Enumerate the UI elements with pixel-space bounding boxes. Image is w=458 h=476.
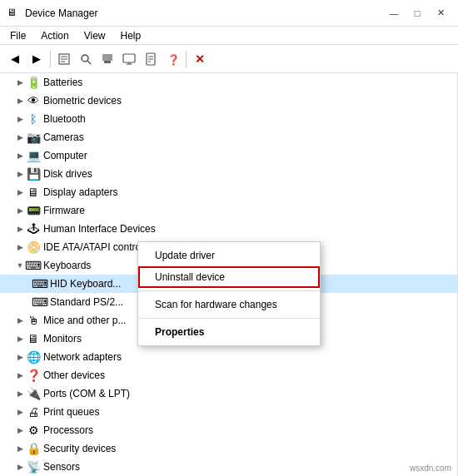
app-icon: 🖥 xyxy=(7,7,20,20)
label-hid-keyboard: HID Keyboard... xyxy=(50,278,121,290)
tree-item-computer[interactable]: ▶ 💻 Computer xyxy=(0,146,457,165)
tree-item-biometric[interactable]: ▶ 👁 Biometric devices xyxy=(0,92,457,110)
label-monitors: Monitors xyxy=(43,333,82,345)
maximize-button[interactable]: □ xyxy=(406,5,428,22)
window-controls: — □ ✕ xyxy=(383,5,451,22)
ctx-properties[interactable]: Properties xyxy=(138,321,320,343)
ctx-separator-2 xyxy=(138,318,320,319)
icon-otherdevices: ❓ xyxy=(27,369,40,382)
arrow-mice: ▶ xyxy=(13,316,27,325)
label-displayadapters: Display adapters xyxy=(43,186,117,198)
label-cameras: Cameras xyxy=(43,131,84,143)
toolbar-key-button[interactable]: ❓ xyxy=(162,49,182,69)
tree-item-ports[interactable]: ▶ 🔌 Ports (COM & LPT) xyxy=(0,384,457,403)
tree-item-bluetooth[interactable]: ▶ ᛒ Bluetooth xyxy=(0,110,457,128)
label-standard-ps2: Standard PS/2... xyxy=(50,296,123,308)
icon-standard-ps2: ⌨ xyxy=(33,295,47,309)
ctx-scan-hardware[interactable]: Scan for hardware changes xyxy=(138,294,320,315)
tree-item-otherdevices[interactable]: ▶ ❓ Other devices xyxy=(0,366,457,384)
menu-file[interactable]: File xyxy=(3,28,32,43)
label-firmware: Firmware xyxy=(43,205,85,216)
label-batteries: Batteries xyxy=(43,77,82,88)
tree-item-printqueues[interactable]: ▶ 🖨 Print queues xyxy=(0,403,457,421)
ctx-update-driver[interactable]: Update driver xyxy=(138,245,320,266)
arrow-networkadapters: ▶ xyxy=(13,353,27,361)
svg-rect-8 xyxy=(123,54,135,62)
forward-button[interactable]: ▶ xyxy=(27,49,47,69)
tree-item-displayadapters[interactable]: ▶ 🖥 Display adapters xyxy=(0,183,457,201)
title-bar: 🖥 Device Manager — □ ✕ xyxy=(0,0,458,27)
toolbar-screen-button[interactable] xyxy=(119,49,139,69)
toolbar-scan-button[interactable] xyxy=(76,49,96,69)
icon-batteries: 🔋 xyxy=(27,76,40,89)
arrow-batteries: ▶ xyxy=(13,78,27,87)
tree-item-batteries[interactable]: ▶ 🔋 Batteries xyxy=(0,73,457,92)
arrow-displayadapters: ▶ xyxy=(13,188,27,196)
arrow-ideata: ▶ xyxy=(13,243,27,251)
arrow-bluetooth: ▶ xyxy=(13,115,27,123)
context-menu: Update driver Uninstall device Scan for … xyxy=(137,241,321,346)
tree-item-diskdrives[interactable]: ▶ 💾 Disk drives xyxy=(0,165,457,183)
label-securitydevices: Security devices xyxy=(43,443,116,454)
label-printqueues: Print queues xyxy=(43,406,99,418)
toolbar-properties-button[interactable] xyxy=(54,49,74,69)
icon-hid: 🕹 xyxy=(27,222,40,236)
svg-line-5 xyxy=(87,61,91,64)
icon-computer: 💻 xyxy=(27,149,40,162)
arrow-cameras: ▶ xyxy=(13,133,27,141)
arrow-biometric: ▶ xyxy=(13,97,27,105)
tree-item-hid[interactable]: ▶ 🕹 Human Interface Devices xyxy=(0,220,457,238)
arrow-otherdevices: ▶ xyxy=(13,371,27,379)
arrow-firmware: ▶ xyxy=(13,206,27,215)
svg-rect-6 xyxy=(102,54,112,61)
svg-text:❓: ❓ xyxy=(167,53,179,66)
menu-action[interactable]: Action xyxy=(34,28,75,43)
back-button[interactable]: ◀ xyxy=(5,49,25,69)
label-computer: Computer xyxy=(43,150,87,161)
icon-printqueues: 🖨 xyxy=(27,405,40,419)
tree-item-firmware[interactable]: ▶ 📟 Firmware xyxy=(0,201,457,220)
device-tree[interactable]: ▶ 🔋 Batteries ▶ 👁 Biometric devices ▶ ᛒ … xyxy=(0,73,458,476)
arrow-processors: ▶ xyxy=(13,426,27,434)
menu-view[interactable]: View xyxy=(77,28,112,43)
toolbar-update-button[interactable] xyxy=(97,49,117,69)
icon-mice: 🖱 xyxy=(27,314,40,327)
icon-firmware: 📟 xyxy=(27,204,40,217)
label-sensors: Sensors xyxy=(43,461,80,473)
tree-item-cameras[interactable]: ▶ 📷 Cameras xyxy=(0,128,457,146)
icon-ports: 🔌 xyxy=(27,387,40,400)
icon-diskdrives: 💾 xyxy=(27,167,40,181)
toolbar-doc-button[interactable] xyxy=(141,49,161,69)
main-content: ▶ 🔋 Batteries ▶ 👁 Biometric devices ▶ ᛒ … xyxy=(0,73,458,476)
minimize-button[interactable]: — xyxy=(383,5,405,22)
arrow-printqueues: ▶ xyxy=(13,408,27,416)
label-hid: Human Interface Devices xyxy=(43,223,156,235)
toolbar-separator-1 xyxy=(50,51,51,67)
icon-bluetooth: ᛒ xyxy=(27,112,40,126)
menu-help[interactable]: Help xyxy=(114,28,148,43)
menu-bar: File Action View Help xyxy=(0,27,458,45)
toolbar: ◀ ▶ ❓ ✕ xyxy=(0,45,458,73)
tree-item-networkadapters[interactable]: ▶ 🌐 Network adapters xyxy=(0,348,457,366)
tree-item-processors[interactable]: ▶ ⚙ Processors xyxy=(0,421,457,439)
label-otherdevices: Other devices xyxy=(43,369,105,381)
arrow-sensors: ▶ xyxy=(13,463,27,471)
tree-item-securitydevices[interactable]: ▶ 🔒 Security devices xyxy=(0,439,457,458)
icon-networkadapters: 🌐 xyxy=(27,350,40,364)
icon-biometric: 👁 xyxy=(27,94,40,107)
arrow-computer: ▶ xyxy=(13,151,27,160)
label-mice: Mice and other p... xyxy=(43,315,126,326)
label-diskdrives: Disk drives xyxy=(43,168,92,180)
arrow-monitors: ▶ xyxy=(13,335,27,343)
label-processors: Processors xyxy=(43,424,93,436)
close-button[interactable]: ✕ xyxy=(430,5,451,22)
icon-displayadapters: 🖥 xyxy=(27,186,40,199)
icon-sensors: 📡 xyxy=(27,460,40,474)
toolbar-uninstall-button[interactable]: ✕ xyxy=(190,49,210,69)
ctx-uninstall-device[interactable]: Uninstall device xyxy=(138,266,320,288)
icon-cameras: 📷 xyxy=(27,131,40,144)
tree-item-sensors[interactable]: ▶ 📡 Sensors xyxy=(0,458,457,476)
icon-monitors: 🖥 xyxy=(27,332,40,345)
svg-rect-7 xyxy=(104,61,111,63)
arrow-ports: ▶ xyxy=(13,389,27,398)
